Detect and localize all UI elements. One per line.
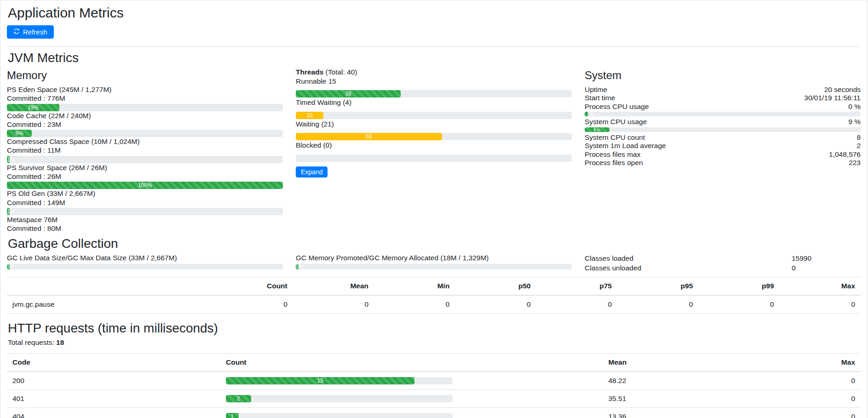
progress-bar: 100% xyxy=(7,182,283,189)
system-label: System CPU count xyxy=(585,134,645,141)
progress-bar: 38 xyxy=(296,90,401,97)
memory-metric: Code Cache (22M / 240M) Committed : 23M … xyxy=(7,112,283,137)
progress-track: 100% xyxy=(7,182,283,189)
memory-metric: PS Old Gen (33M / 2,667M) Committed : 14… xyxy=(7,189,283,215)
progress-bar: 1% xyxy=(7,208,10,215)
value-cell: 0 xyxy=(617,295,698,314)
table-row: 200 15 48.22 0 xyxy=(7,372,861,390)
column-header: Min xyxy=(374,277,455,295)
memory-heading: Memory xyxy=(7,69,283,82)
total-requests-value: 18 xyxy=(56,338,64,346)
progress-track: 53 xyxy=(296,133,572,140)
metrics-page: Application Metrics Refresh JVM Metrics … xyxy=(0,0,868,418)
system-label: Start time xyxy=(585,94,615,102)
count-header: Count xyxy=(220,354,603,372)
classes-value: 15990 xyxy=(792,254,861,263)
memory-metric: Metaspace 76M Committed : 80M xyxy=(7,216,283,233)
refresh-icon xyxy=(13,28,20,36)
column-header: Count xyxy=(212,277,293,295)
progress-track: 9 % xyxy=(585,127,861,132)
progress-track: 38 xyxy=(296,90,572,97)
thread-label: Runnable 15 xyxy=(296,77,572,86)
threads-title: Threads (Total: 40) xyxy=(296,68,572,77)
classes-row: Classes loaded 15990 xyxy=(585,254,861,263)
refresh-button[interactable]: Refresh xyxy=(7,25,54,39)
mean-cell: 48.22 xyxy=(603,372,771,390)
count-cell: 1 xyxy=(220,408,603,418)
value-cell: 0 xyxy=(374,295,455,314)
table-row: 404 1 13.36 0 xyxy=(7,408,861,418)
metric-name-header xyxy=(7,277,212,295)
progress-track: 1% xyxy=(7,208,283,215)
system-row: System 1m Load average 2 xyxy=(585,142,861,150)
thread-metric: Timed Waiting (4) 10 xyxy=(296,98,572,119)
page-title: Application Metrics xyxy=(8,5,861,21)
max-cell: 0 xyxy=(771,390,861,408)
system-row: Process files max 1,048,576 xyxy=(585,150,861,159)
system-value: 2 xyxy=(857,142,861,149)
table-row: jvm.gc.pause 0 0 0 0 0 0 0 0 xyxy=(7,295,861,314)
memory-metric: PS Eden Space (245M / 1,277M) Committed … xyxy=(7,86,283,111)
count-cell: 2 xyxy=(220,390,603,408)
max-header: Max xyxy=(771,354,861,372)
total-requests: Total requests: 18 xyxy=(8,338,861,347)
progress-track: 1% xyxy=(7,156,283,163)
expand-threads-button[interactable]: Expand xyxy=(296,166,328,178)
threads-title-total: (Total: 40) xyxy=(323,68,357,76)
system-row: Process CPU usage 0 % xyxy=(585,103,861,111)
classes-label: Classes loaded xyxy=(585,254,792,263)
thread-label: Waiting (21) xyxy=(296,120,572,129)
memory-column: Memory PS Eden Space (245M / 1,277M) Com… xyxy=(7,68,283,233)
metric-label: Metaspace 76M xyxy=(7,216,283,224)
code-cell: 401 xyxy=(7,390,220,408)
progress-bar: 9% xyxy=(7,130,32,137)
max-cell: 0 xyxy=(771,372,861,390)
value-cell: 0 xyxy=(536,295,617,314)
thread-label: Timed Waiting (4) xyxy=(296,98,572,107)
mean-cell: 13.36 xyxy=(603,408,771,418)
code-header: Code xyxy=(7,354,220,372)
system-label: System CPU usage xyxy=(585,118,647,126)
metric-label: PS Old Gen (33M / 2,667M) xyxy=(7,189,283,198)
thread-metric: Waiting (21) 53 xyxy=(296,120,572,141)
threads-title-bold: Threads xyxy=(296,68,323,76)
system-label: Process files open xyxy=(585,159,643,166)
column-header: Mean xyxy=(293,277,374,295)
column-header: p99 xyxy=(698,277,779,295)
system-row: Uptime 20 seconds xyxy=(585,86,861,94)
table-header-row: Count Mean Min p50 p75 p95 p99 Max xyxy=(7,277,861,295)
classes-row: Classes unloaded 0 xyxy=(585,263,861,273)
garbage-collection-heading: Garbage Collection xyxy=(8,236,861,251)
column-header: p75 xyxy=(536,277,617,295)
system-value: 8 xyxy=(857,134,861,141)
system-heading: System xyxy=(585,69,861,82)
progress-track: 19% xyxy=(7,104,283,111)
progress-bar: 1% xyxy=(7,156,10,163)
thread-metric: Runnable 15 38 xyxy=(296,77,572,98)
threads-column: Threads (Total: 40) Runnable 15 38 Timed… xyxy=(296,68,572,233)
metric-label: PS Survivor Space (26M / 26M) xyxy=(7,164,283,172)
expand-button-label: Expand xyxy=(301,168,322,176)
total-requests-label: Total requests: xyxy=(8,338,56,346)
progress-track: 9% xyxy=(7,130,283,137)
progress-bar: 9 % xyxy=(585,127,609,132)
gc-live-data-column: GC Live Data Size/GC Max Data Size (33M … xyxy=(7,254,283,273)
metric-label: Compressed Class Space (10M / 1,024M) xyxy=(7,137,283,146)
thread-label: Blocked (0) xyxy=(296,141,572,150)
garbage-collection-row: GC Live Data Size/GC Max Data Size (33M … xyxy=(7,254,861,273)
metric-committed: Committed : 26M xyxy=(7,172,283,181)
thread-metric: Blocked (0) xyxy=(296,141,572,162)
metric-label: PS Eden Space (245M / 1,277M) xyxy=(7,86,283,94)
column-header: p50 xyxy=(455,277,536,295)
value-cell: 0 xyxy=(455,295,536,314)
gc-bar-label: GC Memory Promoted/GC Memory Allocated (… xyxy=(296,254,572,263)
gc-pause-table: Count Mean Min p50 p75 p95 p99 Max jvm.g… xyxy=(7,277,861,314)
system-value: 20 seconds xyxy=(824,86,861,93)
system-value: 0 % xyxy=(848,103,861,110)
value-cell: 0 xyxy=(698,295,779,314)
table-header-row: Code Count Mean Max xyxy=(7,354,861,372)
mean-header: Mean xyxy=(603,354,771,372)
code-cell: 200 xyxy=(7,372,220,390)
system-row: Start time 30/01/19 11:56:11 xyxy=(585,94,861,102)
value-cell: 0 xyxy=(780,295,861,314)
